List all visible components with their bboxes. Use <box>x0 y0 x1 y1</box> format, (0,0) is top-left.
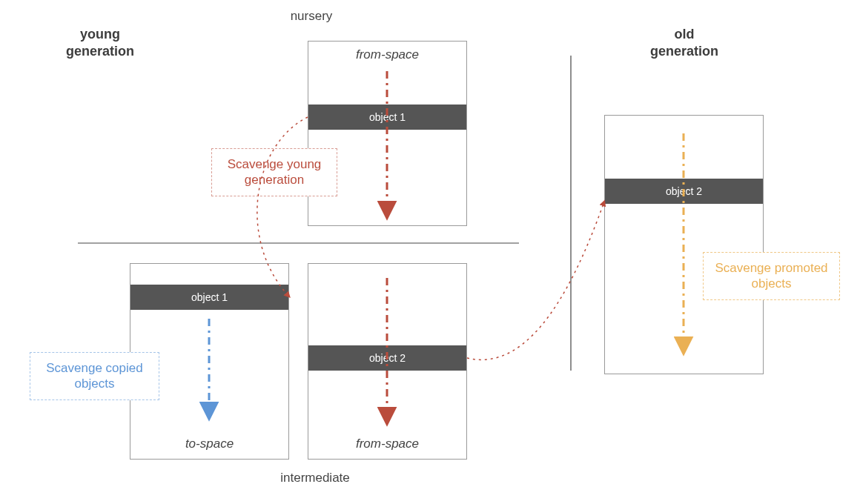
diagram-stage: younggeneration oldgeneration nursery in… <box>0 0 860 504</box>
bar-object2-old: object 2 <box>605 179 763 204</box>
bar-object1-bottom: object 1 <box>130 285 288 310</box>
heading-old-generation: oldgeneration <box>636 26 732 59</box>
bar-object2-intermediate: object 2 <box>308 345 466 371</box>
label-intermediate: intermediate <box>263 471 367 485</box>
bar-object1-top-text: object 1 <box>369 111 406 123</box>
connector-obj2-promote <box>467 202 604 359</box>
box-nursery-from-space: from-space object 1 <box>308 41 467 226</box>
heading-young-line1: younggeneration <box>66 27 134 59</box>
label-to-space: to-space <box>130 437 288 451</box>
bar-object1-top: object 1 <box>308 105 466 130</box>
callout-scavenge-young: Scavenge young generation <box>211 148 337 196</box>
box-intermediate-from-space: object 2 from-space <box>308 263 467 460</box>
callout-scavenge-promoted: Scavenge promoted objects <box>703 252 840 300</box>
box-old-generation: object 2 <box>604 115 764 374</box>
heading-young-generation: younggeneration <box>48 26 152 59</box>
heading-old-line1: oldgeneration <box>650 27 718 59</box>
label-from-space-bottom: from-space <box>308 437 466 451</box>
bar-object1-bottom-text: object 1 <box>191 291 228 303</box>
bar-object2-old-text: object 2 <box>666 185 702 197</box>
callout-scavenge-copied: Scavenge copied objects <box>30 352 159 400</box>
label-from-space-top: from-space <box>308 47 466 62</box>
label-nursery: nursery <box>274 9 348 24</box>
bar-object2-intermediate-text: object 2 <box>369 352 406 364</box>
